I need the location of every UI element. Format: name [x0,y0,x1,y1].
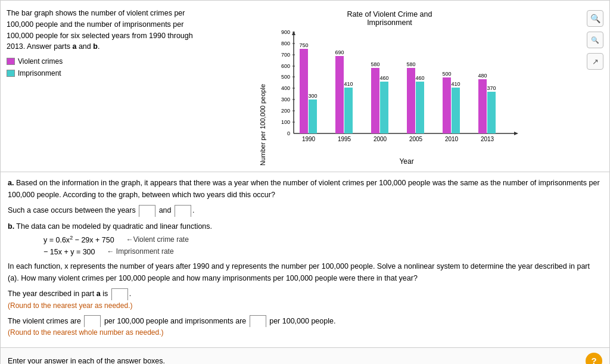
y-label-200: 200 [281,108,290,114]
year1-input-box[interactable] [139,205,155,217]
eq1-row: y = 0.6x2 − 29x + 750 ←Violent crime rat… [43,234,602,246]
x-label-2005: 2005 [409,136,422,142]
zoom-out-button[interactable]: 🔍 [587,32,603,48]
part-a-question: a. Based on the information in the graph… [8,177,602,201]
bar-chart-svg: 900 800 700 600 500 400 300 [270,29,520,154]
chart-area: Rate of Violent Crime and Imprisonment N… [197,8,582,168]
part-b-section: b. The data can be modeled by quadratic … [8,220,602,339]
y-label-700: 700 [281,52,290,58]
eq1-text: y = 0.6x2 − 29x + 750 [43,234,114,246]
description-text: The bar graph shows the number of violen… [7,9,193,51]
y-label-300: 300 [281,97,290,102]
bar-2013-imprisonment [487,92,496,133]
label-2000-imprisonment: 460 [379,75,388,81]
zoom-in-button[interactable]: 🔍 [587,10,603,27]
y-label-900: 900 [281,29,290,35]
help-button[interactable]: ? [586,353,602,364]
label-2005-imprisonment: 460 [415,75,424,81]
year1-input[interactable] [139,206,155,217]
imprisonment-color-box [7,70,15,77]
chart-title: Rate of Violent Crime and Imprisonment [347,10,432,27]
eq2-row: − 15x + y = 300 ← Imprisonment rate [43,246,602,258]
chart-wrapper: Number per 100,000 people [259,29,519,166]
crimes-hint: (Round to the nearest whole number as ne… [8,327,602,338]
year-answer-input[interactable] [112,290,127,300]
label-1995-imprisonment: 410 [344,81,353,87]
label-1995-violent: 690 [335,49,344,55]
y-label-800: 800 [281,41,290,46]
legend-imprisonment-label: Imprisonment [18,68,61,79]
equations-block: y = 0.6x2 − 29x + 750 ←Violent crime rat… [20,234,602,258]
bar-2010-violent [443,77,451,133]
bar-1990-imprisonment [309,99,317,133]
y-label-100: 100 [281,119,290,125]
x-label-1995: 1995 [337,136,351,142]
y-label-600: 600 [281,63,290,69]
year-answer-row: The year described in part a is . [8,288,602,300]
bar-2005-imprisonment [416,82,424,133]
y-label-500: 500 [281,74,290,80]
y-label-0: 0 [287,130,290,136]
eq2-text: − 15x + y = 300 [43,246,95,258]
legend-violent-label: Violent crimes [18,56,63,67]
bar-2000-imprisonment [380,82,388,133]
x-label-2010: 2010 [444,136,458,142]
part-a-section: a. Based on the information in the graph… [8,177,602,217]
footer-text: Enter your answer in each of the answer … [8,357,165,364]
bar-1995-violent [335,56,344,133]
label-1990-imprisonment: 300 [308,93,317,99]
year-hint: (Round to the nearest year as needed.) [8,300,602,312]
year2-input[interactable] [175,206,191,217]
year2-input-box[interactable] [175,205,191,217]
year-answer-input-box[interactable] [111,288,128,300]
imprisonments-input[interactable] [250,316,266,327]
label-2010-violent: 500 [442,71,451,77]
imprisonments-input-box[interactable] [250,315,266,327]
bar-1990-violent [300,49,308,133]
external-link-button[interactable]: ↗ [587,53,603,70]
y-axis-arrow [292,31,295,35]
side-buttons: 🔍 🔍 ↗ [587,8,603,168]
label-2005-violent: 580 [406,61,415,67]
bar-2013-violent [478,79,487,133]
part-a-answer-row: Such a case occurs between the years and… [8,204,602,217]
violent-color-box [7,58,15,65]
label-1990-violent: 750 [299,42,308,48]
part-b-body: In each function, x represents the numbe… [8,260,602,284]
label-2010-imprisonment: 410 [451,81,460,87]
legend-imprisonment: Imprisonment [7,68,197,79]
crimes-answer-row: The violent crimes are per 100,000 peopl… [8,315,602,328]
x-label-2013: 2013 [480,136,494,142]
bar-2000-violent [371,68,379,133]
legend-violent: Violent crimes [7,56,197,67]
label-2000-violent: 580 [371,61,379,67]
footer: Enter your answer in each of the answer … [1,347,609,364]
chart-svg-container: 900 800 700 600 500 400 300 [270,29,520,166]
label-2013-violent: 480 [478,73,487,79]
description-panel: The bar graph shows the number of violen… [7,8,197,168]
crimes-input[interactable] [85,316,100,327]
bar-2005-violent [407,68,415,133]
eq1-label: ←Violent crime rate [126,234,189,245]
x-axis-label: Year [294,157,520,166]
x-label-2000: 2000 [373,136,387,142]
eq2-label: ← Imprisonment rate [107,246,174,257]
label-2013-imprisonment: 370 [487,85,496,91]
crimes-input-box[interactable] [84,315,101,327]
bottom-section: a. Based on the information in the graph… [1,172,609,347]
y-label-400: 400 [281,85,290,91]
y-axis-label: Number per 100,000 people [259,84,267,166]
part-b-intro: b. The data can be modeled by quadratic … [8,220,602,232]
bar-2010-imprisonment [452,88,460,133]
x-label-1990: 1990 [301,136,315,142]
chart-legend: Violent crimes Imprisonment [7,56,197,79]
bar-1995-imprisonment [344,88,353,133]
x-axis-arrow [514,132,518,135]
